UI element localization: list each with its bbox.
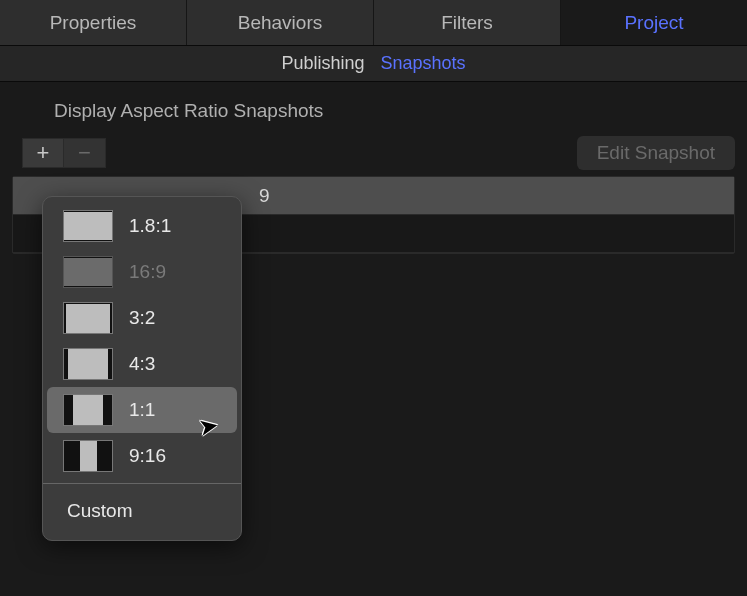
tab-behaviors[interactable]: Behaviors: [187, 0, 374, 45]
aspect-option-1-8-1[interactable]: 1.8:1: [43, 203, 241, 249]
aspect-option-label: 16:9: [129, 261, 166, 283]
aspect-ratio-popup: 1.8:1 16:9 3:2 4:3 1:1 9:16 Custom: [42, 196, 242, 541]
tab-project[interactable]: Project: [561, 0, 747, 45]
remove-snapshot-button[interactable]: −: [64, 138, 106, 168]
aspect-thumb-icon: [63, 256, 113, 288]
aspect-option-label: 1:1: [129, 399, 155, 421]
popup-separator: [43, 483, 241, 484]
snapshots-toolbar: + − Edit Snapshot: [0, 132, 747, 174]
aspect-thumb-icon: [63, 210, 113, 242]
aspect-option-16-9: 16:9: [43, 249, 241, 295]
edit-snapshot-button[interactable]: Edit Snapshot: [577, 136, 735, 170]
aspect-option-label: 9:16: [129, 445, 166, 467]
aspect-option-label: 3:2: [129, 307, 155, 329]
aspect-option-3-2[interactable]: 3:2: [43, 295, 241, 341]
add-snapshot-button[interactable]: +: [22, 138, 64, 168]
section-title: Display Aspect Ratio Snapshots: [0, 96, 747, 132]
aspect-option-9-16[interactable]: 9:16: [43, 433, 241, 479]
sub-tab-snapshots[interactable]: Snapshots: [381, 53, 466, 74]
tab-properties[interactable]: Properties: [0, 0, 187, 45]
main-tab-bar: Properties Behaviors Filters Project: [0, 0, 747, 46]
aspect-thumb-icon: [63, 348, 113, 380]
aspect-option-label: 1.8:1: [129, 215, 171, 237]
sub-tab-publishing[interactable]: Publishing: [281, 53, 364, 74]
minus-icon: −: [78, 140, 91, 166]
sub-tab-bar: Publishing Snapshots: [0, 46, 747, 82]
aspect-option-4-3[interactable]: 4:3: [43, 341, 241, 387]
aspect-option-label: 4:3: [129, 353, 155, 375]
aspect-thumb-icon: [63, 302, 113, 334]
tab-filters[interactable]: Filters: [374, 0, 561, 45]
plus-icon: +: [37, 140, 50, 166]
aspect-thumb-icon: [63, 440, 113, 472]
aspect-thumb-icon: [63, 394, 113, 426]
aspect-option-custom[interactable]: Custom: [43, 488, 241, 534]
aspect-option-label: Custom: [67, 500, 132, 522]
